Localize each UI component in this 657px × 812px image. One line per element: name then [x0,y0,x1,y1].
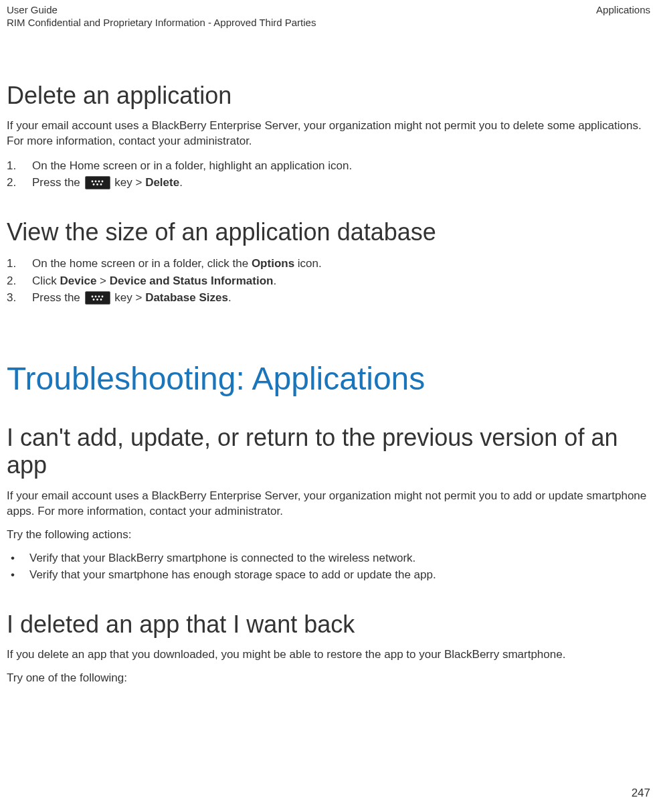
text: Press the [32,291,84,304]
text: . [179,176,183,189]
header-confidential: RIM Confidential and Proprietary Informa… [7,17,316,29]
header-user-guide: User Guide [7,4,316,17]
list-item: Press the key > Database Sizes. [7,289,650,307]
text: icon. [294,257,322,270]
text-bold: Delete [145,176,179,189]
text: > [96,274,109,287]
list-item: On the home screen or in a folder, click… [7,255,650,272]
svg-point-5 [92,183,94,185]
text: . [228,291,231,304]
svg-point-6 [96,183,98,185]
text: Press the [32,176,84,189]
text: Click [32,274,60,287]
paragraph: If your email account uses a BlackBerry … [7,489,650,519]
svg-point-1 [91,180,93,182]
text: key > [114,176,145,189]
ordered-list: On the home screen or in a folder, click… [7,255,650,307]
paragraph: Try the following actions: [7,527,650,543]
chapter-troubleshooting: Troubleshooting: Applications [7,360,650,397]
text-bold: Database Sizes [145,291,228,304]
svg-point-9 [91,295,93,297]
menu-key-icon [85,176,110,189]
svg-point-13 [92,299,94,301]
svg-point-7 [100,183,102,185]
text-bold: Device [60,274,97,287]
text-bold: Device and Status Information [110,274,274,287]
heading-delete-app: Delete an application [7,82,650,109]
ordered-list: On the Home screen or in a folder, highl… [7,157,650,191]
svg-point-15 [100,299,102,301]
list-item: Click Device > Device and Status Informa… [7,272,650,290]
menu-key-icon [85,291,110,305]
list-item: Press the key > Delete. [7,174,650,191]
svg-rect-8 [85,291,110,304]
list-item: On the Home screen or in a folder, highl… [7,157,650,175]
paragraph: If your email account uses a BlackBerry … [7,118,650,149]
svg-point-10 [94,295,96,297]
svg-point-4 [101,180,103,182]
heading-cant-add-update: I can't add, update, or return to the pr… [7,424,650,479]
text: . [273,274,276,287]
header-section-name: Applications [596,4,650,17]
heading-deleted-app-back: I deleted an app that I want back [7,611,650,638]
page-number: 247 [632,787,650,800]
heading-view-db-size: View the size of an application database [7,218,650,246]
list-item: Verify that your smartphone has enough s… [7,567,650,584]
svg-rect-0 [85,176,110,189]
unordered-list: Verify that your BlackBerry smartphone i… [7,550,650,583]
paragraph: If you delete an app that you downloaded… [7,647,650,663]
svg-point-12 [101,295,103,297]
paragraph: Try one of the following: [7,671,650,686]
list-item: Verify that your BlackBerry smartphone i… [7,550,650,567]
svg-point-2 [94,180,96,182]
svg-point-3 [98,180,100,182]
text: On the home screen or in a folder, click… [32,257,252,270]
text-bold: Options [252,257,294,270]
svg-point-14 [96,299,98,301]
svg-point-11 [98,295,100,297]
text: key > [114,291,145,304]
